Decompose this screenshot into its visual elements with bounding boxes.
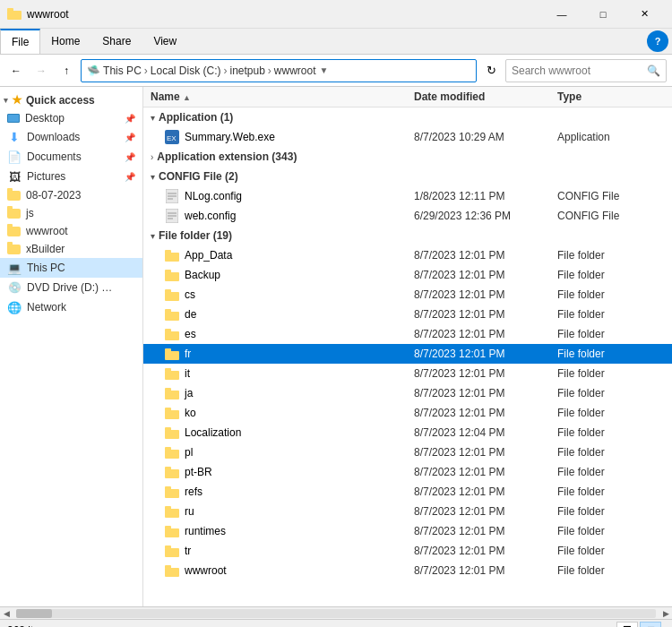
sidebar-item-thispc[interactable]: 💻 This PC [0,258,142,278]
pictures-icon: 🖼 [7,169,22,184]
file-row-de[interactable]: de 8/7/2023 12:01 PM File folder [143,305,672,324]
folder-icon-es [165,327,179,341]
type-it: File folder [557,367,665,380]
file-row-es[interactable]: es 8/7/2023 12:01 PM File folder [143,324,672,344]
help-button[interactable]: ? [647,30,668,52]
svg-rect-41 [165,526,171,529]
col-header-date[interactable]: Date modified [414,90,557,103]
file-name-pt-BR: pt-BR [165,465,414,479]
folder-icon-refs [165,485,179,499]
tab-share[interactable]: Share [91,29,142,54]
file-row-pl[interactable]: pl 8/7/2023 12:01 PM File folder [143,442,672,462]
group-appext[interactable]: › Application extension (343) [143,147,672,167]
path-dropdown-arrow[interactable]: ▼ [320,65,329,75]
group-filefolder[interactable]: ▾ File folder (19) [143,226,672,245]
sidebar-item-dvd[interactable]: 💿 DVD Drive (D:) SSS_X… [0,278,142,297]
refresh-button[interactable]: ↻ [480,60,502,82]
file-row-app-data[interactable]: App_Data 8/7/2023 12:01 PM File folder [143,245,672,265]
scroll-left-arrow[interactable]: ◀ [0,607,13,620]
sidebar-item-wwwroot[interactable]: wwwroot [0,222,142,240]
file-row-tr[interactable]: tr 8/7/2023 12:01 PM File folder [143,541,672,561]
sidebar-item-pictures[interactable]: 🖼 Pictures 📌 [0,167,142,186]
sidebar-item-documents[interactable]: 📄 Documents 📌 [0,147,142,167]
svg-rect-32 [165,450,179,459]
file-row-backup[interactable]: Backup 8/7/2023 12:01 PM File folder [143,265,672,285]
date-ko: 8/7/2023 12:01 PM [414,407,557,419]
type-ru: File folder [557,505,665,518]
file-name-pl: pl [165,445,414,460]
minimize-button[interactable]: — [541,0,582,29]
file-row-localization[interactable]: Localization 8/7/2023 12:04 PM File fold… [143,423,672,442]
group-label-application: Application (1) [159,111,233,124]
date-es: 8/7/2023 12:01 PM [414,328,557,340]
pin-icon-downloads: 📌 [125,133,135,142]
close-button[interactable]: ✕ [624,0,665,29]
folder-icon-de [165,307,179,322]
svg-rect-44 [165,568,179,577]
file-name-Localization: Localization [165,425,414,440]
up-button[interactable]: ↑ [56,60,77,82]
col-header-name[interactable]: Name ▲ [151,90,414,103]
tab-home[interactable]: Home [40,29,91,54]
file-row-it[interactable]: it 8/7/2023 12:01 PM File folder [143,364,672,383]
h-scroll-thumb[interactable] [16,609,52,618]
group-application[interactable]: ▾ Application (1) [143,107,672,127]
folder-icon-date [7,191,21,201]
file-row-summary-web-exe[interactable]: EX Summary.Web.exe 8/7/2023 10:29 AM App… [143,127,672,147]
file-row-wwwroot[interactable]: wwwroot 8/7/2023 12:01 PM File folder [143,561,672,580]
group-config[interactable]: ▾ CONFIG File (2) [143,167,672,186]
search-input[interactable] [512,64,647,77]
sidebar-quick-access[interactable]: ▾ ★ Quick access [0,90,142,109]
scroll-right-arrow[interactable]: ▶ [659,607,672,620]
details-view-button[interactable]: ⊞ [640,622,661,628]
sidebar-item-xbuilder[interactable]: xBuilder [0,240,142,258]
address-bar: ← → ↑ 🛸 This PC › Local Disk (C:) › inet… [0,55,672,87]
pin-icon-documents: 📌 [125,152,135,162]
svg-rect-30 [165,430,179,439]
sidebar-item-desktop[interactable]: Desktop 📌 [0,109,142,127]
date-summary: 8/7/2023 10:29 AM [414,131,557,143]
sidebar-item-08072023[interactable]: 08-07-2023 [0,186,142,204]
list-view-button[interactable]: ☰ [616,622,638,628]
file-row-runtimes[interactable]: runtimes 8/7/2023 12:01 PM File folder [143,521,672,541]
type-App_Data: File folder [557,249,665,262]
column-headers: Name ▲ Date modified Type [143,87,672,107]
sort-arrow-name: ▲ [183,93,191,102]
tab-view[interactable]: View [142,29,188,54]
file-row-pt-br[interactable]: pt-BR 8/7/2023 12:01 PM File folder [143,462,672,482]
forward-button[interactable]: → [30,60,52,82]
file-name-ru: ru [165,504,414,519]
svg-rect-22 [165,351,179,360]
date-pl: 8/7/2023 12:01 PM [414,446,557,459]
file-row-webconfig[interactable]: web.config 6/29/2023 12:36 PM CONFIG Fil… [143,206,672,226]
file-row-refs[interactable]: refs 8/7/2023 12:01 PM File folder [143,482,672,502]
tab-file[interactable]: File [0,29,40,54]
type-ko: File folder [557,407,665,419]
config-icon-nlog [165,189,179,203]
file-name-ko: ko [165,406,414,420]
sidebar-item-js[interactable]: js [0,204,142,222]
sidebar-item-downloads[interactable]: ⬇ Downloads 📌 [0,127,142,147]
file-row-nlog[interactable]: NLog.config 1/8/2023 12:11 PM CONFIG Fil… [143,186,672,206]
file-row-ko[interactable]: ko 8/7/2023 12:01 PM File folder [143,403,672,423]
file-row-fr[interactable]: fr 8/7/2023 12:01 PM File folder [143,344,672,364]
col-header-type[interactable]: Type [557,90,665,103]
back-button[interactable]: ← [5,60,27,82]
file-row-cs[interactable]: cs 8/7/2023 12:01 PM File folder [143,285,672,305]
maximize-button[interactable]: □ [582,0,624,29]
file-row-ru[interactable]: ru 8/7/2023 12:01 PM File folder [143,502,672,521]
group-label-config: CONFIG File (2) [159,170,238,183]
svg-rect-38 [165,509,179,518]
date-folder-label: 08-07-2023 [26,189,81,202]
file-row-ja[interactable]: ja 8/7/2023 12:01 PM File folder [143,383,672,403]
horizontal-scrollbar[interactable]: ◀ ▶ [0,606,672,619]
group-chevron-folder: ▾ [151,231,155,241]
folder-icon-js [7,209,21,219]
h-scroll-track[interactable] [16,609,656,618]
downloads-label: Downloads [27,131,80,143]
address-path[interactable]: 🛸 This PC › Local Disk (C:) › inetpub › … [81,59,477,82]
sidebar-item-network[interactable]: 🌐 Network [0,297,142,317]
quick-access-label: Quick access [26,94,95,107]
desktop-label: Desktop [25,112,65,125]
search-box[interactable]: 🔍 [505,59,667,82]
